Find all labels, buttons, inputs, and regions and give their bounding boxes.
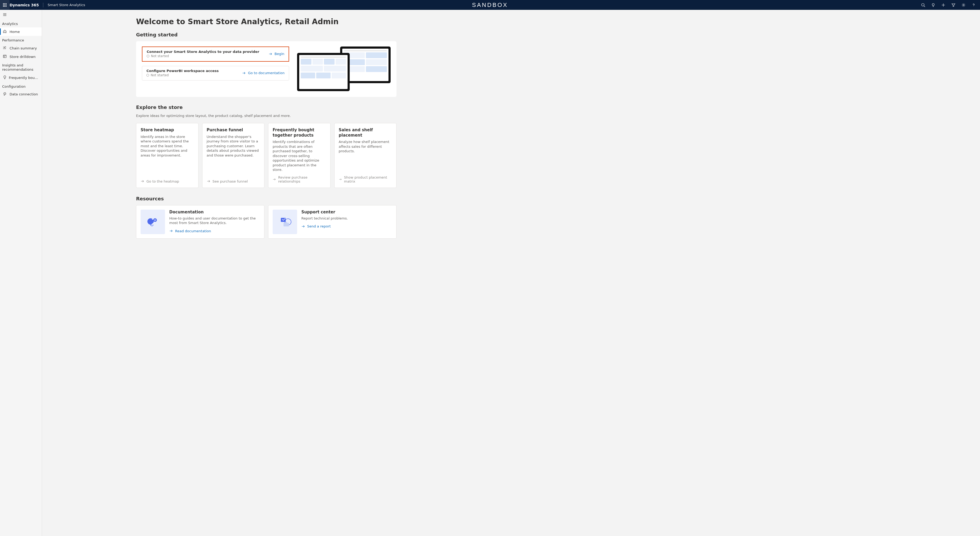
sidebar-item-label: Data connection	[10, 92, 38, 96]
resource-title: Support center	[301, 210, 392, 215]
arrow-right-icon	[242, 71, 246, 75]
arrow-right-icon	[140, 180, 144, 183]
card-title: Sales and shelf placement	[339, 127, 392, 138]
svg-point-2	[6, 3, 6, 4]
card-title: Frequently bought together products	[273, 127, 326, 138]
explore-sub: Explore ideas for optimizing store layou…	[136, 114, 396, 118]
bulb-icon	[3, 75, 6, 80]
page-title: Welcome to Smart Store Analytics, Retail…	[136, 17, 396, 26]
explore-card: Frequently bought together productsIdent…	[268, 123, 331, 188]
brand-label[interactable]: Dynamics 365	[10, 3, 43, 7]
app-name-label[interactable]: Smart Store Analytics	[44, 3, 85, 7]
filter-icon	[951, 3, 956, 7]
sidebar-toggle[interactable]	[0, 10, 42, 19]
explore-heading: Explore the store	[136, 105, 396, 110]
resource-thumb	[273, 210, 297, 234]
sidebar-item-label: Home	[10, 30, 20, 34]
lightbulb-icon	[931, 3, 935, 7]
insights-button[interactable]	[928, 0, 938, 10]
sidebar-item-chain-summary[interactable]: Chain summary	[0, 44, 42, 52]
status-circle-icon	[146, 74, 149, 76]
sidebar-item-home[interactable]: Home	[0, 27, 42, 36]
sidebar-item-store-drilldown[interactable]: Store drilldown	[0, 52, 42, 61]
sidebar-item-data-connection[interactable]: Data connection	[0, 90, 42, 99]
environment-label: SANDBOX	[472, 2, 508, 8]
add-button[interactable]	[939, 0, 948, 10]
home-icon	[3, 29, 7, 34]
card-link[interactable]: Go to the heatmap	[140, 180, 194, 183]
plug-icon	[3, 92, 7, 97]
explore-card: Sales and shelf placementAnalyze how she…	[334, 123, 397, 188]
main-content: Welcome to Smart Store Analytics, Retail…	[42, 10, 980, 536]
step-action-link[interactable]: Go to documentation	[242, 71, 285, 75]
card-link[interactable]: See purchase funnel	[207, 180, 260, 183]
sidebar-section-label: Configuration	[0, 82, 42, 90]
hero-illustration	[297, 46, 391, 92]
svg-point-8	[6, 6, 6, 6]
svg-point-1	[5, 3, 5, 4]
help-button[interactable]	[969, 0, 978, 10]
arrow-right-icon	[339, 178, 342, 181]
resource-card: DocumentationHow-to guides and user docu…	[136, 205, 264, 239]
resource-link[interactable]: Send a report	[301, 224, 392, 228]
getting-started-band: Connect your Smart Store Analytics to yo…	[136, 41, 396, 97]
search-icon	[921, 3, 925, 7]
card-description: Analyze how shelf placement affects sale…	[339, 140, 392, 172]
svg-point-3	[3, 5, 4, 5]
card-link[interactable]: Review purchase relationships	[273, 175, 326, 183]
settings-button[interactable]	[959, 0, 968, 10]
svg-rect-40	[285, 222, 287, 223]
getting-started-heading: Getting started	[136, 32, 396, 37]
step-title: Configure PowerBI workspace access	[146, 69, 219, 73]
sidebar-item-label: Frequently bought t…	[9, 76, 40, 80]
top-nav: Dynamics 365 Smart Store Analytics SANDB…	[0, 0, 980, 10]
sidebar-item-frequently-bought-t[interactable]: Frequently bought t…	[0, 74, 42, 82]
getting-started-step: Connect your Smart Store Analytics to yo…	[142, 46, 289, 62]
card-description: Identify areas in the store where custom…	[140, 134, 194, 176]
waffle-icon	[3, 3, 6, 7]
card-title: Purchase funnel	[207, 127, 260, 133]
search-button[interactable]	[918, 0, 928, 10]
svg-point-14	[963, 4, 964, 5]
svg-rect-26	[4, 93, 6, 94]
arrow-right-icon	[269, 52, 272, 56]
gear-icon	[961, 3, 966, 7]
svg-point-4	[5, 5, 5, 5]
arrow-right-icon	[169, 229, 173, 233]
card-link[interactable]: Show product placement matrix	[339, 175, 392, 183]
sidebar: AnalyticsHomePerformanceChain summarySto…	[0, 10, 42, 536]
step-action-link[interactable]: Begin	[269, 52, 284, 56]
svg-rect-22	[3, 55, 6, 58]
sidebar-section-label: Analytics	[0, 19, 42, 27]
card-description: Understand the shopper's journey from st…	[207, 134, 260, 176]
svg-point-9	[921, 3, 924, 6]
app-launcher-button[interactable]	[0, 0, 10, 10]
step-status: Not started	[146, 73, 219, 77]
arrow-right-icon	[301, 224, 305, 228]
nav-divider	[43, 3, 43, 8]
status-circle-icon	[147, 55, 150, 57]
plus-icon	[941, 3, 945, 7]
svg-point-5	[6, 5, 6, 5]
arrow-right-icon	[207, 180, 210, 183]
resource-card: Support centerReport technical problems.…	[268, 205, 396, 239]
resources-heading: Resources	[136, 196, 396, 202]
hamburger-icon	[3, 13, 7, 17]
explore-card: Store heatmapIdentify areas in the store…	[136, 123, 199, 188]
svg-point-7	[5, 6, 5, 6]
sidebar-section-label: Performance	[0, 36, 42, 44]
getting-started-step: Configure PowerBI workspace accessNot st…	[142, 66, 289, 81]
svg-rect-39	[283, 223, 289, 226]
card-title: Store heatmap	[140, 127, 194, 133]
resource-title: Documentation	[169, 210, 260, 215]
resource-description: Report technical problems.	[301, 216, 392, 221]
resource-link[interactable]: Read documentation	[169, 229, 260, 233]
svg-point-6	[3, 6, 4, 6]
drill-icon	[3, 54, 7, 59]
explore-card: Purchase funnelUnderstand the shopper's …	[202, 123, 265, 188]
resource-thumb	[140, 210, 165, 234]
filter-button[interactable]	[949, 0, 958, 10]
svg-point-0	[3, 3, 4, 4]
sidebar-item-label: Chain summary	[10, 46, 37, 50]
help-icon	[972, 3, 976, 7]
